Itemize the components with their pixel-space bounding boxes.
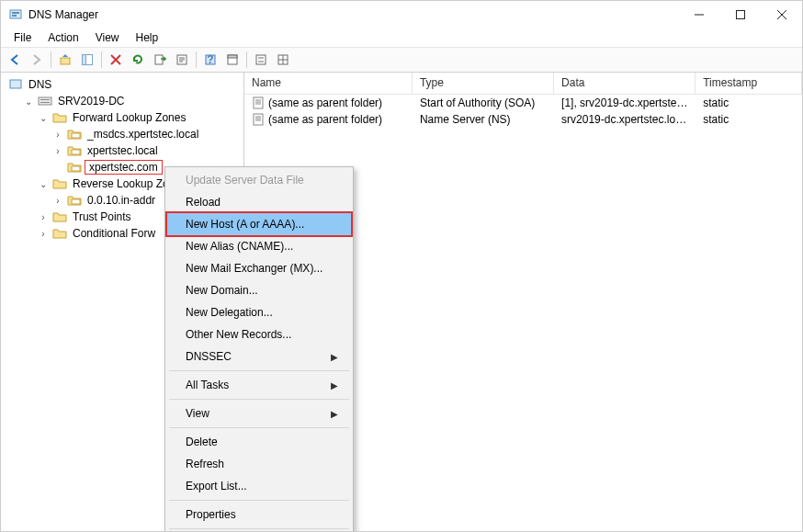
properties-button[interactable]	[172, 50, 192, 70]
svg-text:?: ?	[207, 53, 213, 66]
cm-refresh[interactable]: Refresh	[167, 453, 351, 475]
new-window-button[interactable]	[222, 50, 243, 70]
back-button[interactable]	[5, 50, 25, 70]
cm-label: Delete	[186, 436, 218, 448]
export-button[interactable]	[150, 50, 170, 70]
svg-rect-20	[228, 55, 237, 58]
minimize-button[interactable]	[678, 1, 719, 28]
expander-icon[interactable]: ›	[52, 146, 63, 156]
svg-rect-0	[10, 10, 21, 18]
svg-rect-30	[40, 102, 50, 103]
expander-icon[interactable]: ›	[38, 212, 49, 222]
record-name-cell: (same as parent folder)	[244, 96, 413, 111]
cm-delete[interactable]: Delete	[167, 431, 351, 453]
title-left: DNS Manager	[8, 7, 98, 22]
column-header-data[interactable]: Data	[554, 73, 696, 94]
cm-label: New Host (A or AAAA)...	[186, 218, 304, 231]
refresh-button[interactable]	[128, 50, 148, 70]
cm-reload[interactable]: Reload	[167, 191, 351, 213]
cm-label: All Tasks	[186, 379, 229, 391]
svg-rect-32	[72, 150, 80, 154]
expander-icon[interactable]: ⌄	[38, 113, 49, 123]
svg-rect-21	[256, 55, 266, 64]
cm-all-tasks[interactable]: All Tasks▶	[167, 374, 351, 396]
close-button[interactable]	[761, 1, 802, 28]
cm-new-alias[interactable]: New Alias (CNAME)...	[167, 235, 351, 257]
record-timestamp-cell: static	[696, 96, 802, 110]
svg-rect-35	[254, 97, 263, 108]
filter-button[interactable]	[251, 50, 271, 70]
maximize-button[interactable]	[719, 1, 761, 28]
tree-root-dns[interactable]: DNS	[6, 76, 242, 93]
cm-new-domain[interactable]: New Domain...	[167, 279, 351, 301]
record-row[interactable]: (same as parent folder) Name Server (NS)…	[244, 111, 802, 128]
menu-file[interactable]: File	[6, 29, 39, 46]
record-timestamp-cell: static	[696, 112, 802, 127]
help-button[interactable]: ?	[200, 50, 221, 70]
cm-label: Other New Records...	[186, 328, 291, 341]
cm-label: Properties	[186, 508, 236, 521]
cm-separator	[169, 500, 349, 501]
tree-forward-zones[interactable]: ⌄ Forward Lookup Zones	[36, 109, 242, 126]
forward-button[interactable]	[27, 50, 47, 70]
expander-icon[interactable]: ›	[38, 229, 49, 239]
up-button[interactable]	[55, 50, 75, 70]
cm-new-host[interactable]: New Host (A or AAAA)...	[167, 213, 351, 235]
menu-view[interactable]: View	[88, 29, 127, 46]
toolbar-separator	[196, 51, 197, 68]
list-body[interactable]: (same as parent folder) Start of Authori…	[244, 95, 802, 128]
svg-rect-12	[155, 55, 163, 64]
cm-new-delegation[interactable]: New Delegation...	[167, 301, 351, 323]
expander-icon[interactable]: ›	[52, 130, 63, 140]
record-name-cell: (same as parent folder)	[244, 112, 413, 128]
tree-label: _msdcs.xpertstec.local	[85, 128, 200, 141]
cm-label: Update Server Data File	[186, 174, 304, 187]
svg-rect-31	[72, 133, 80, 138]
cm-label: View	[186, 407, 209, 420]
cm-other-new-records[interactable]: Other New Records...	[167, 323, 351, 345]
menu-action[interactable]: Action	[40, 29, 85, 46]
tree-zone-msdcs[interactable]: ›_msdcs.xpertstec.local	[51, 126, 242, 142]
cm-separator	[169, 370, 349, 371]
cm-label: Refresh	[186, 458, 224, 470]
svg-rect-9	[83, 55, 86, 65]
cm-update-server-data-file: Update Server Data File	[167, 169, 351, 191]
tree-server[interactable]: ⌄ SRV2019-DC	[21, 93, 242, 109]
menu-bar: File Action View Help	[1, 28, 802, 47]
cm-properties[interactable]: Properties	[167, 504, 351, 526]
svg-rect-4	[736, 11, 744, 19]
tree-zone-local[interactable]: ›xpertstec.local	[51, 142, 242, 159]
svg-rect-7	[61, 58, 70, 64]
show-hide-tree-button[interactable]	[77, 50, 97, 70]
list-button[interactable]	[273, 50, 293, 70]
column-header-timestamp[interactable]: Timestamp	[696, 73, 802, 94]
record-icon	[252, 96, 265, 109]
folder-icon	[52, 210, 67, 223]
delete-button[interactable]	[106, 50, 126, 70]
list-header: Name Type Data Timestamp	[244, 73, 802, 95]
tree-label: Trust Points	[71, 210, 133, 223]
tree-label: DNS	[27, 78, 53, 91]
tree-label: xpertstec.local	[85, 144, 160, 157]
tree-label-selected: xpertstec.com	[85, 161, 162, 174]
tree-label: Conditional Forw	[71, 227, 157, 240]
cm-export-list[interactable]: Export List...	[167, 475, 351, 497]
toolbar-separator	[101, 51, 102, 68]
cm-label: New Domain...	[186, 284, 258, 297]
zone-icon	[67, 128, 82, 141]
cm-new-mx[interactable]: New Mail Exchanger (MX)...	[167, 257, 351, 279]
cm-label: New Alias (CNAME)...	[186, 240, 293, 253]
tree-label: Forward Lookup Zones	[71, 111, 187, 124]
expander-icon[interactable]: ›	[52, 196, 63, 206]
expander-icon[interactable]: ⌄	[38, 179, 49, 189]
column-header-type[interactable]: Type	[413, 73, 554, 94]
menu-help[interactable]: Help	[129, 29, 166, 46]
record-row[interactable]: (same as parent folder) Start of Authori…	[244, 95, 802, 111]
cm-label: New Mail Exchanger (MX)...	[186, 262, 322, 275]
cm-label: Reload	[186, 196, 221, 209]
expander-icon[interactable]: ⌄	[23, 96, 34, 107]
svg-rect-2	[12, 15, 17, 17]
cm-view[interactable]: View▶	[167, 402, 351, 424]
cm-dnssec[interactable]: DNSSEC▶	[167, 345, 351, 368]
column-header-name[interactable]: Name	[244, 73, 413, 94]
